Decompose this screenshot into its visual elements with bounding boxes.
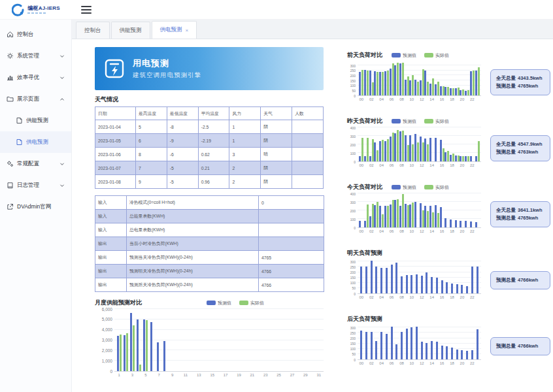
legend-swatch: [207, 301, 216, 305]
x-tick-label: [435, 228, 440, 235]
x-tick-label: [149, 372, 156, 378]
layout: 控制台系统管理效率寻优展示页面供能预测供电预测常规配置日志管理DVAdmin官网…: [0, 20, 553, 392]
y-tick-label: 3,000: [102, 338, 112, 342]
bar-group: [369, 194, 374, 227]
electricity-meter-icon: [104, 58, 125, 79]
jintian-head: 今天负荷对比预测值实际值: [347, 183, 553, 191]
weather-table: 日期最高温度最低温度平均温度风力天气人数2023-01-045-8-2.51阴2…: [95, 106, 324, 189]
bar: [117, 336, 119, 371]
bar-group: [475, 326, 480, 359]
bar-group: [394, 62, 399, 95]
x-tick-label: [122, 372, 129, 378]
bar-group: [429, 260, 435, 293]
bar: [405, 80, 407, 95]
weather-cell: -2.19: [198, 134, 229, 148]
bar-group: [439, 62, 444, 95]
y-tick-label: 300: [350, 64, 356, 68]
x-tick-label: [256, 372, 262, 378]
x-tick-label: 5: [142, 372, 149, 378]
weather-col-header: 人数: [292, 107, 324, 120]
sidebar-item-chart-2[interactable]: 效率寻优: [0, 67, 71, 88]
weather-cell: -6: [167, 148, 198, 161]
x-tick-label: 16: [439, 162, 444, 169]
x-tick-label: 13: [195, 372, 202, 378]
sidebar-subitem-1[interactable]: 供电预测: [0, 131, 71, 153]
bar-group: [249, 310, 256, 371]
logo-title: 编枢AJ-IERS: [27, 6, 59, 11]
x-tick-label: [394, 162, 399, 169]
legend-label: 实际值: [435, 52, 449, 59]
bar: [414, 134, 416, 161]
bar: [157, 342, 159, 371]
bar-group: [429, 194, 435, 227]
x-tick-label: [216, 372, 222, 378]
bar-group: [369, 128, 374, 161]
x-tick-label: [444, 228, 450, 235]
hamburger-menu-icon[interactable]: [81, 6, 92, 14]
x-tick-label: 25: [276, 372, 282, 378]
bar-group: [136, 310, 142, 371]
sidebar-item-gear-1[interactable]: 系统管理: [0, 45, 71, 67]
y-tick-label: 150: [350, 79, 356, 83]
sidebar-item-external-link-6[interactable]: DVAdmin官网: [0, 196, 71, 218]
io-row: 输入冷热模式(0=coll H=hot)0: [95, 196, 324, 210]
forecast-banner: 用电预测 建筑空调用电预测引擎: [95, 47, 324, 90]
bar-group: [379, 260, 384, 293]
zuotian-title: 昨天负荷对比: [347, 117, 382, 125]
bar: [371, 261, 373, 293]
bar: [380, 332, 382, 359]
x-tick-label: [295, 372, 302, 378]
weather-row: 2023-01-077-50.212阴: [95, 161, 324, 175]
x-tick-label: [454, 96, 460, 103]
tab-close-icon[interactable]: ×: [186, 27, 189, 33]
x-tick-label: [136, 372, 142, 378]
x-tick-label: [309, 372, 315, 378]
bar: [406, 275, 408, 293]
bar: [364, 221, 366, 227]
x-tick-label: 16: [439, 294, 444, 301]
bar: [384, 141, 386, 161]
x-tick-label: [435, 162, 440, 169]
bar-group: [475, 62, 480, 95]
app-logo: 编枢AJ-IERS: [0, 3, 72, 16]
legend-swatch: [239, 301, 248, 305]
sidebar-subitem-0[interactable]: 供能预测: [0, 110, 71, 131]
bar: [466, 351, 468, 359]
weather-cell: 6: [136, 134, 167, 148]
bar: [405, 135, 407, 161]
weather-cell: [292, 175, 324, 189]
tab-2[interactable]: 供电预测×: [152, 21, 197, 39]
bar-group: [404, 260, 409, 293]
io-cell: [259, 210, 324, 223]
bar-group: [156, 310, 162, 371]
sidebar-item-label: 展示页面: [17, 95, 39, 103]
bar-group: [379, 62, 384, 95]
bar-group: [465, 128, 470, 161]
x-tick-label: 08: [399, 360, 405, 367]
qiantian-row: 0501001502002503000002040608101214161820…: [347, 62, 553, 103]
bar-group: [359, 260, 364, 293]
sidebar-item-folder-3[interactable]: 展示页面: [0, 88, 71, 110]
sidebar-item-cogs-4[interactable]: 常规配置: [0, 153, 71, 174]
bar-group: [444, 128, 450, 161]
tab-0[interactable]: 控制台: [76, 22, 110, 39]
bar: [379, 72, 381, 95]
y-tick-label: 200: [350, 143, 356, 147]
tab-label: 供能预测: [120, 27, 142, 35]
bar-group: [424, 128, 429, 161]
tab-1[interactable]: 供能预测: [111, 22, 150, 39]
bar: [386, 268, 388, 293]
sidebar-item-book-5[interactable]: 日志管理: [0, 174, 71, 196]
legend-label: 预测值: [403, 118, 416, 125]
x-tick-label: 00: [359, 360, 364, 367]
bar: [451, 284, 453, 293]
weather-cell: [292, 148, 324, 161]
summary-value: 4763kwh: [518, 149, 538, 155]
bar-group: [469, 194, 475, 227]
chevron-down-icon: [59, 75, 65, 80]
bar-group: [435, 260, 440, 293]
bar-group: [162, 310, 169, 371]
bar: [143, 319, 145, 371]
bar: [409, 80, 411, 95]
sidebar-item-home-0[interactable]: 控制台: [0, 24, 71, 45]
